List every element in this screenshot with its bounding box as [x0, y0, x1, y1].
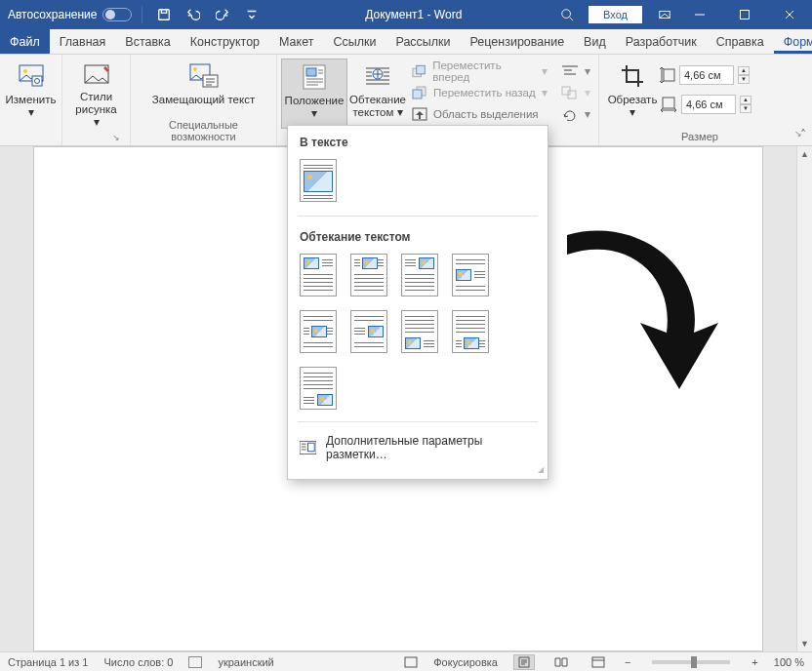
position-top-right[interactable]	[401, 254, 438, 296]
chevron-down-icon	[245, 8, 259, 21]
group-adjust: Изменить▾	[0, 55, 62, 145]
bring-forward-label: Переместить вперед	[432, 59, 536, 83]
tab-help[interactable]: Справка	[707, 29, 774, 54]
close-button[interactable]	[767, 0, 812, 29]
more-layout-options[interactable]: Дополнительные параметры разметки…	[288, 426, 548, 465]
wrap-options-grid	[288, 250, 548, 417]
zoom-slider[interactable]	[652, 660, 730, 664]
position-middle-left[interactable]	[452, 254, 489, 296]
group-accessibility: Замещающий текст Специальные возможности	[131, 55, 277, 145]
proofing-icon[interactable]	[188, 656, 202, 668]
wrap-text-button[interactable]: Обтекание текстом ▾	[347, 59, 408, 129]
tab-view[interactable]: Вид	[574, 29, 616, 54]
tab-home[interactable]: Главная	[50, 29, 116, 54]
arrange-small-buttons: Переместить вперед▾ Переместить назад▾ О…	[408, 59, 551, 129]
save-button[interactable]	[152, 3, 176, 26]
selection-pane-button[interactable]: Область выделения	[408, 103, 551, 125]
adjust-button[interactable]: Изменить▾	[6, 59, 56, 129]
minimize-icon	[694, 9, 706, 20]
height-input[interactable]: 4,66 см ▲▼	[660, 64, 751, 86]
wrap-text-icon	[362, 62, 393, 90]
position-inline[interactable]	[300, 159, 337, 202]
status-bar: Страница 1 из 1 Число слов: 0 украинский…	[0, 651, 812, 671]
picture-styles-button[interactable]: Стили рисунка▾	[68, 59, 124, 129]
scroll-up-icon[interactable]: ▲	[797, 146, 812, 162]
zoom-level[interactable]: 100 %	[774, 656, 804, 668]
tab-review[interactable]: Рецензирование	[461, 29, 575, 54]
position-top-center[interactable]	[350, 254, 387, 296]
login-button[interactable]: Вход	[589, 6, 642, 23]
group-button[interactable]: ▾	[557, 82, 594, 103]
svg-rect-17	[417, 65, 426, 74]
dropdown-resize-grip[interactable]: ◢	[288, 465, 548, 473]
web-layout-view[interactable]	[588, 654, 609, 670]
send-backward-button[interactable]: Переместить назад▾	[408, 82, 551, 103]
vertical-scrollbar[interactable]: ▲ ▼	[796, 146, 812, 651]
autosave-toggle[interactable]: Автосохранение	[8, 8, 132, 21]
position-button[interactable]: Положение▾	[281, 59, 347, 129]
inserted-arrow-shape[interactable]	[548, 225, 723, 391]
tab-mailings[interactable]: Рассылки	[386, 29, 460, 54]
svg-rect-14	[306, 68, 316, 76]
position-middle-center[interactable]	[300, 310, 337, 353]
focus-mode-icon	[404, 656, 418, 668]
zoom-in-button[interactable]: +	[751, 656, 757, 668]
maximize-icon	[739, 9, 751, 20]
alt-text-button[interactable]: Замещающий текст	[146, 59, 261, 117]
qat-customize-button[interactable]	[240, 3, 264, 26]
zoom-out-button[interactable]: −	[625, 656, 630, 668]
toggle-pill-icon	[102, 8, 132, 21]
scroll-down-icon[interactable]: ▼	[797, 636, 812, 651]
redo-button[interactable]	[211, 3, 234, 26]
status-word-count[interactable]: Число слов: 0	[103, 656, 173, 668]
rotate-button[interactable]: ▾	[557, 103, 594, 125]
focus-mode-button[interactable]: Фокусировка	[433, 656, 498, 668]
styles-dialog-launcher[interactable]: ↘	[68, 133, 124, 145]
tab-developer[interactable]: Разработчик	[616, 29, 707, 54]
tab-design[interactable]: Конструктор	[181, 29, 269, 54]
maximize-button[interactable]	[722, 0, 767, 29]
redo-icon	[216, 8, 229, 21]
tab-references[interactable]: Ссылки	[323, 29, 386, 54]
svg-rect-0	[159, 10, 170, 20]
status-page[interactable]: Страница 1 из 1	[8, 656, 88, 668]
crop-button[interactable]: Обрезать▾	[605, 59, 660, 129]
adjust-icon	[16, 62, 47, 90]
status-language[interactable]: украинский	[218, 656, 273, 668]
collapse-ribbon-button[interactable]: ˄	[800, 128, 806, 141]
tab-layout[interactable]: Макет	[269, 29, 323, 54]
alt-text-icon	[188, 62, 220, 90]
svg-point-11	[193, 67, 197, 71]
width-spinner[interactable]: ▲▼	[740, 96, 751, 113]
ribbon-display-options[interactable]	[658, 8, 671, 21]
close-icon	[784, 9, 795, 20]
align-icon	[561, 64, 579, 78]
position-top-left[interactable]	[300, 254, 337, 296]
position-bottom-left[interactable]	[401, 310, 438, 353]
inline-options-row	[288, 155, 548, 212]
more-layout-label: Дополнительные параметры разметки…	[326, 434, 536, 461]
svg-rect-27	[405, 657, 417, 667]
tab-graphics-format[interactable]: Формат граф	[774, 29, 812, 54]
position-bottom-center[interactable]	[452, 310, 489, 353]
send-backward-icon	[412, 86, 427, 99]
ribbon-tabs: Файл Главная Вставка Конструктор Макет С…	[0, 29, 812, 55]
height-spinner[interactable]: ▲▼	[738, 66, 750, 84]
print-layout-view[interactable]	[513, 654, 535, 670]
position-middle-right[interactable]	[350, 310, 387, 353]
width-input[interactable]: 4,66 см ▲▼	[660, 94, 751, 115]
read-mode-view[interactable]	[550, 654, 572, 670]
svg-rect-1	[162, 10, 167, 14]
search-button[interactable]	[555, 3, 579, 26]
picture-styles-icon	[81, 62, 112, 87]
tab-file[interactable]: Файл	[0, 29, 50, 54]
position-icon	[299, 63, 330, 91]
minimize-button[interactable]	[677, 0, 722, 29]
alt-text-label: Замещающий текст	[152, 94, 255, 106]
undo-icon	[186, 8, 200, 21]
position-bottom-right[interactable]	[300, 367, 337, 410]
tab-insert[interactable]: Вставка	[115, 29, 180, 54]
undo-button[interactable]	[182, 3, 205, 26]
align-button[interactable]: ▾	[557, 60, 594, 82]
bring-forward-button[interactable]: Переместить вперед▾	[408, 60, 551, 82]
